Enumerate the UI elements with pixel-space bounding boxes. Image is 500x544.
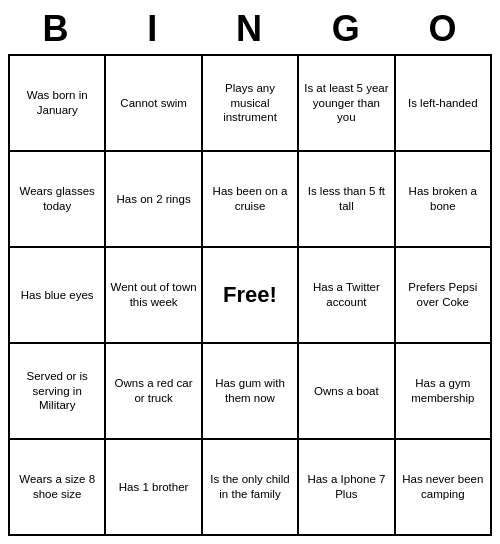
bingo-cell[interactable]: Has blue eyes <box>10 248 106 344</box>
bingo-cell[interactable]: Wears a size 8 shoe size <box>10 440 106 536</box>
bingo-title: BINGO <box>8 8 492 50</box>
title-letter: G <box>298 8 395 50</box>
title-letter: N <box>202 8 299 50</box>
title-letter: I <box>105 8 202 50</box>
bingo-cell[interactable]: Is at least 5 year younger than you <box>299 56 395 152</box>
bingo-cell[interactable]: Has a Twitter account <box>299 248 395 344</box>
title-letter: B <box>8 8 105 50</box>
bingo-cell[interactable]: Is less than 5 ft tall <box>299 152 395 248</box>
bingo-cell[interactable]: Cannot swim <box>106 56 202 152</box>
bingo-cell[interactable]: Has a gym membership <box>396 344 492 440</box>
bingo-cell[interactable]: Owns a red car or truck <box>106 344 202 440</box>
bingo-cell[interactable]: Served or is serving in Military <box>10 344 106 440</box>
bingo-cell[interactable]: Plays any musical instrument <box>203 56 299 152</box>
bingo-cell[interactable]: Free! <box>203 248 299 344</box>
bingo-cell[interactable]: Is left-handed <box>396 56 492 152</box>
title-letter: O <box>395 8 492 50</box>
bingo-cell[interactable]: Owns a boat <box>299 344 395 440</box>
bingo-cell[interactable]: Has on 2 rings <box>106 152 202 248</box>
bingo-cell[interactable]: Is the only child in the family <box>203 440 299 536</box>
bingo-cell[interactable]: Wears glasses today <box>10 152 106 248</box>
bingo-cell[interactable]: Has been on a cruise <box>203 152 299 248</box>
bingo-cell[interactable]: Went out of town this week <box>106 248 202 344</box>
bingo-grid: Was born in JanuaryCannot swimPlays any … <box>8 54 492 536</box>
bingo-cell[interactable]: Has never been camping <box>396 440 492 536</box>
bingo-cell[interactable]: Has broken a bone <box>396 152 492 248</box>
bingo-cell[interactable]: Has a Iphone 7 Plus <box>299 440 395 536</box>
bingo-cell[interactable]: Has gum with them now <box>203 344 299 440</box>
bingo-cell[interactable]: Prefers Pepsi over Coke <box>396 248 492 344</box>
bingo-cell[interactable]: Was born in January <box>10 56 106 152</box>
bingo-cell[interactable]: Has 1 brother <box>106 440 202 536</box>
